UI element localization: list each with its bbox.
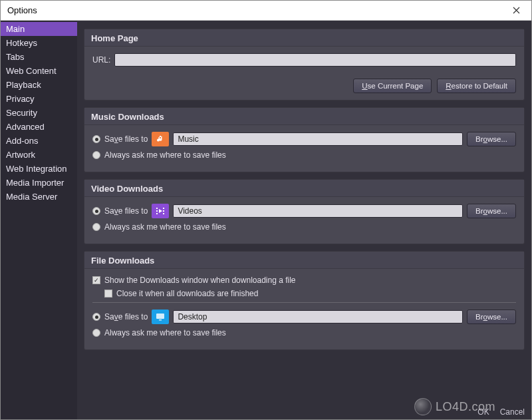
panel-video-downloads: Video Downloads Save files to Browse... [84,179,525,244]
window-title: Options [7,5,37,15]
panel-home-page: Home Page URL: UUse Current Pagese Curre… [84,29,525,101]
options-window: Options Main Hotkeys Tabs Web Content Pl… [0,0,532,420]
svg-rect-8 [159,319,162,321]
video-save-to-radio[interactable] [92,207,100,215]
music-browse-button[interactable]: Browse... [467,132,516,146]
close-icon [513,7,520,14]
save-files-to-label: Save files to [104,206,148,216]
svg-rect-6 [163,213,164,214]
files-browse-button[interactable]: Browse... [467,310,516,324]
video-always-ask-radio[interactable] [92,223,100,231]
restore-default-button[interactable]: Restore to Default [437,79,516,93]
svg-rect-1 [156,208,158,209]
sidebar-item-label: Main [6,24,25,34]
sidebar-item-label: Security [6,108,37,118]
sidebar-item-hotkeys[interactable]: Hotkeys [1,36,77,50]
video-path-input[interactable] [173,204,463,218]
panel-title: Video Downloads [84,180,524,197]
always-ask-label: Always ask me where to save files [104,328,226,337]
sidebar-item-playback[interactable]: Playback [1,78,77,92]
client-area: Main Hotkeys Tabs Web Content Playback P… [1,21,531,419]
sidebar-item-label: Advanced [6,122,45,132]
sidebar-item-main[interactable]: Main [1,22,77,36]
sidebar-item-tabs[interactable]: Tabs [1,50,77,64]
sidebar-item-label: Privacy [6,94,35,104]
titlebar: Options [1,1,531,21]
panel-title: Home Page [84,29,524,47]
main-pane: Home Page URL: UUse Current Pagese Curre… [77,21,531,419]
close-when-finished-checkbox[interactable] [104,290,112,298]
sidebar-item-web-content[interactable]: Web Content [1,64,77,78]
sidebar-item-label: Hotkeys [6,38,37,48]
video-browse-button[interactable]: Browse... [467,204,516,218]
sidebar-item-label: Web Integration [6,164,67,174]
close-when-finished-label: Close it when all downloads are finished [116,289,258,298]
always-ask-label: Always ask me where to save files [104,222,226,232]
sidebar-item-label: Playback [6,80,41,90]
save-files-to-label: Save files to [104,134,148,144]
show-downloads-window-checkbox[interactable]: ✓ [92,276,100,284]
save-files-to-label: Save files to [104,312,148,321]
use-current-page-button[interactable]: UUse Current Pagese Current Page [353,79,432,93]
panel-title: Music Downloads [84,108,524,125]
music-always-ask-radio[interactable] [92,151,100,159]
dialog-footer: OK Cancel [477,407,525,417]
close-button[interactable] [506,1,526,20]
music-folder-icon [152,132,169,146]
sidebar-item-label: Tabs [6,52,24,62]
sidebar-item-security[interactable]: Security [1,106,77,120]
sidebar-item-media-server[interactable]: Media Server [1,190,77,204]
svg-rect-3 [156,213,158,214]
url-input[interactable] [114,53,516,67]
panel-file-downloads: File Downloads ✓ Show the Downloads wind… [84,251,525,350]
sidebar-item-label: Media Server [6,192,57,202]
sidebar-item-add-ons[interactable]: Add-ons [1,134,77,148]
always-ask-label: Always ask me where to save files [104,150,226,160]
music-save-to-radio[interactable] [92,135,100,143]
sidebar-item-label: Add-ons [6,136,38,146]
files-path-input[interactable] [173,310,463,323]
svg-rect-5 [163,210,164,212]
show-downloads-label: Show the Downloads window when downloadi… [104,276,296,285]
sidebar-item-web-integration[interactable]: Web Integration [1,162,77,176]
files-always-ask-radio[interactable] [92,329,100,337]
files-save-to-radio[interactable] [92,313,100,321]
music-path-input[interactable] [173,132,463,146]
url-label: URL: [92,55,110,65]
ok-button[interactable]: OK [477,407,489,417]
sidebar-item-media-importer[interactable]: Media Importer [1,176,77,190]
sidebar: Main Hotkeys Tabs Web Content Playback P… [1,21,77,419]
body: Main Hotkeys Tabs Web Content Playback P… [1,21,531,419]
sidebar-item-label: Media Importer [6,178,64,188]
desktop-folder-icon [152,310,169,324]
panel-title: File Downloads [84,252,524,269]
sidebar-item-privacy[interactable]: Privacy [1,92,77,106]
sidebar-item-label: Web Content [6,66,57,76]
sidebar-item-artwork[interactable]: Artwork [1,148,77,162]
sidebar-item-label: Artwork [6,150,35,160]
panel-music-downloads: Music Downloads Save files to Browse... [84,107,525,172]
svg-rect-4 [163,208,164,209]
video-folder-icon [152,204,169,218]
svg-rect-2 [156,210,158,212]
sidebar-item-advanced[interactable]: Advanced [1,120,77,134]
svg-rect-7 [156,314,164,319]
divider [92,302,516,303]
cancel-button[interactable]: Cancel [500,407,525,417]
